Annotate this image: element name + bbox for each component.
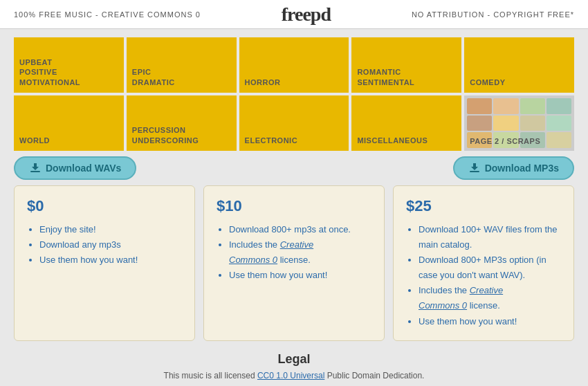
legal-text: This music is all licensed CC0 1.0 Unive… <box>14 371 574 380</box>
genre-cell-epic[interactable]: EPIC DRAMATIC <box>127 37 237 93</box>
genre-label-miscellaneous: MISCELLANEOUS <box>357 136 428 145</box>
download-wav-button[interactable]: Download WAVs <box>14 156 136 180</box>
genre-label-percussion: PERCUSSION UNDERSCORING <box>132 125 199 145</box>
price-list-item: Includes the Creative Commons 0 license. <box>419 283 561 313</box>
price-heading-twentyfive: $25 <box>406 197 561 215</box>
genre-label-comedy: COMEDY <box>470 77 505 87</box>
genre-grid-row2: WORLDPERCUSSION UNDERSCORINGELECTRONICMI… <box>14 95 574 151</box>
genre-label-scraps: PAGE 2 / SCRAPS <box>470 137 540 145</box>
price-list-item: Download 100+ WAV files from the main ca… <box>419 222 561 252</box>
price-list-item: Download any mp3s <box>39 237 182 252</box>
legal-section: Legal This music is all licensed CC0 1.0… <box>14 352 574 380</box>
cc0-link[interactable]: CC0 1.0 Universal <box>257 371 324 380</box>
genre-cell-electronic[interactable]: ELECTRONIC <box>239 95 349 151</box>
header-right-text: NO ATTRIBUTION - COPYRIGHT FREE* <box>412 10 574 19</box>
price-list-item: Use them how you want! <box>229 268 371 283</box>
price-heading-free: $0 <box>27 197 182 215</box>
price-card-twentyfive: $25Download 100+ WAV files from the main… <box>393 185 574 341</box>
header-left-text: 100% FREE MUSIC - CREATIVE COMMONS 0 <box>14 10 201 19</box>
price-list-free: Enjoy the site!Download any mp3sUse them… <box>27 222 182 268</box>
price-list-item: Use them how you want! <box>419 314 561 329</box>
legal-title: Legal <box>14 352 574 367</box>
price-card-free: $0Enjoy the site!Download any mp3sUse th… <box>14 185 195 341</box>
main-content: UPBEAT POSITIVE MOTIVATIONALEPIC DRAMATI… <box>0 29 588 386</box>
genre-cell-scraps[interactable]: PAGE 2 / SCRAPS <box>464 95 574 151</box>
genre-label-world: WORLD <box>19 136 50 145</box>
genre-label-horror: HORROR <box>245 77 281 87</box>
download-row: Download WAVs Download MP3s <box>14 156 574 180</box>
price-list-item: Download 800+ mp3s at once. <box>229 222 371 237</box>
price-heading-ten: $10 <box>217 197 371 215</box>
price-list-item: Enjoy the site! <box>39 222 182 237</box>
site-logo[interactable]: freepd <box>282 3 331 26</box>
genre-cell-romantic[interactable]: ROMANTIC SENTIMENTAL <box>351 37 461 93</box>
price-list-item: Includes the Creative Commons 0 license. <box>229 237 371 268</box>
price-list-twentyfive: Download 100+ WAV files from the main ca… <box>406 222 561 329</box>
header: 100% FREE MUSIC - CREATIVE COMMONS 0 fre… <box>0 0 588 29</box>
pricing-row: $0Enjoy the site!Download any mp3sUse th… <box>14 185 574 341</box>
svg-rect-0 <box>30 171 40 172</box>
genre-grid-row1: UPBEAT POSITIVE MOTIVATIONALEPIC DRAMATI… <box>14 37 574 93</box>
genre-cell-miscellaneous[interactable]: MISCELLANEOUS <box>351 95 461 151</box>
price-card-ten: $10Download 800+ mp3s at once.Includes t… <box>203 185 385 341</box>
genre-label-upbeat: UPBEAT POSITIVE MOTIVATIONAL <box>19 57 80 87</box>
genre-label-electronic: ELECTRONIC <box>245 136 298 145</box>
genre-cell-horror[interactable]: HORROR <box>239 37 349 93</box>
svg-rect-1 <box>470 171 479 172</box>
download-mp3-button[interactable]: Download MP3s <box>453 156 574 180</box>
genre-label-epic: EPIC DRAMATIC <box>132 67 175 87</box>
price-list-item: Use them how you want! <box>39 252 182 268</box>
download-wav-icon <box>29 162 42 174</box>
price-list-item: Download 800+ MP3s option (in case you d… <box>419 252 561 283</box>
genre-cell-upbeat[interactable]: UPBEAT POSITIVE MOTIVATIONAL <box>14 37 124 93</box>
genre-cell-comedy[interactable]: COMEDY <box>464 37 574 93</box>
price-list-ten: Download 800+ mp3s at once.Includes the … <box>217 222 371 283</box>
genre-cell-percussion[interactable]: PERCUSSION UNDERSCORING <box>127 95 237 151</box>
genre-cell-world[interactable]: WORLD <box>14 95 124 151</box>
genre-label-romantic: ROMANTIC SENTIMENTAL <box>357 67 414 87</box>
download-mp3-icon <box>468 162 481 174</box>
